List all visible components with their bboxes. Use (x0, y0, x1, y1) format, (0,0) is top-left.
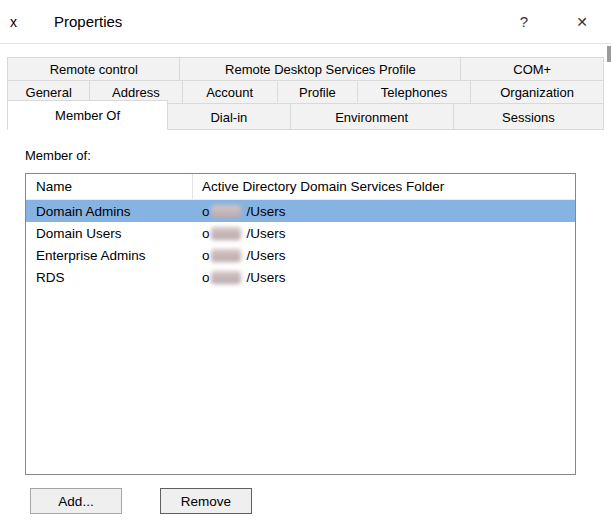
tab-organization[interactable]: Organization (470, 80, 604, 104)
remove-button[interactable]: Remove (160, 488, 252, 514)
folder-suffix: /Users (247, 270, 286, 285)
folder-prefix: o (202, 248, 210, 263)
list-row-domain-admins[interactable]: Domain Admins o /Users (26, 200, 575, 222)
window-edge-fragment (607, 46, 611, 62)
tab-strip: Remote control Remote Desktop Services P… (0, 44, 611, 130)
tab-row-3: Member Of Dial-in Environment Sessions (7, 104, 604, 130)
group-folder: o /Users (193, 270, 575, 285)
tab-sessions[interactable]: Sessions (453, 103, 604, 130)
folder-suffix: /Users (247, 204, 286, 219)
list-row-enterprise-admins[interactable]: Enterprise Admins o /Users (26, 244, 575, 266)
tab-account[interactable]: Account (182, 80, 278, 104)
member-of-page: Member of: Name Active Directory Domain … (0, 130, 611, 475)
redacted-text (211, 205, 241, 218)
add-button[interactable]: Add... (30, 488, 122, 514)
group-name: Domain Admins (26, 204, 193, 219)
group-folder: o /Users (193, 248, 575, 263)
redacted-text (211, 227, 241, 240)
window-title: Properties (54, 13, 122, 30)
group-folder: o /Users (193, 204, 575, 219)
folder-prefix: o (202, 226, 210, 241)
column-header-name[interactable]: Name (26, 174, 193, 199)
properties-dialog: x Properties ? ✕ Remote control Remote D… (0, 0, 611, 522)
button-row: Add... Remove (0, 488, 611, 514)
redacted-text (211, 249, 241, 262)
title-controls: ? ✕ (495, 2, 611, 42)
member-of-list[interactable]: Name Active Directory Domain Services Fo… (25, 173, 576, 475)
list-row-domain-users[interactable]: Domain Users o /Users (26, 222, 575, 244)
member-of-label: Member of: (25, 148, 611, 163)
group-name: RDS (26, 270, 193, 285)
folder-prefix: o (202, 204, 210, 219)
folder-prefix: o (202, 270, 210, 285)
list-row-rds[interactable]: RDS o /Users (26, 266, 575, 288)
tab-profile[interactable]: Profile (277, 80, 358, 104)
redacted-text (211, 271, 241, 284)
title-bar: x Properties ? ✕ (0, 0, 611, 44)
tab-remote-control[interactable]: Remote control (7, 57, 180, 81)
tab-telephones[interactable]: Telephones (357, 80, 471, 104)
close-button[interactable]: ✕ (553, 2, 611, 42)
column-header-folder[interactable]: Active Directory Domain Services Folder (193, 174, 575, 199)
folder-suffix: /Users (247, 248, 286, 263)
tab-dial-in[interactable]: Dial-in (167, 103, 290, 130)
tab-remote-desktop-services-profile[interactable]: Remote Desktop Services Profile (179, 57, 461, 81)
help-button[interactable]: ? (495, 2, 553, 42)
tab-com-plus[interactable]: COM+ (460, 57, 604, 81)
tab-row-1: Remote control Remote Desktop Services P… (7, 58, 604, 81)
list-header: Name Active Directory Domain Services Fo… (26, 174, 575, 200)
title-prefix: x (10, 14, 54, 30)
group-name: Enterprise Admins (26, 248, 193, 263)
folder-suffix: /Users (247, 226, 286, 241)
tab-environment[interactable]: Environment (290, 103, 454, 130)
tab-member-of[interactable]: Member Of (7, 100, 168, 130)
group-name: Domain Users (26, 226, 193, 241)
group-folder: o /Users (193, 226, 575, 241)
